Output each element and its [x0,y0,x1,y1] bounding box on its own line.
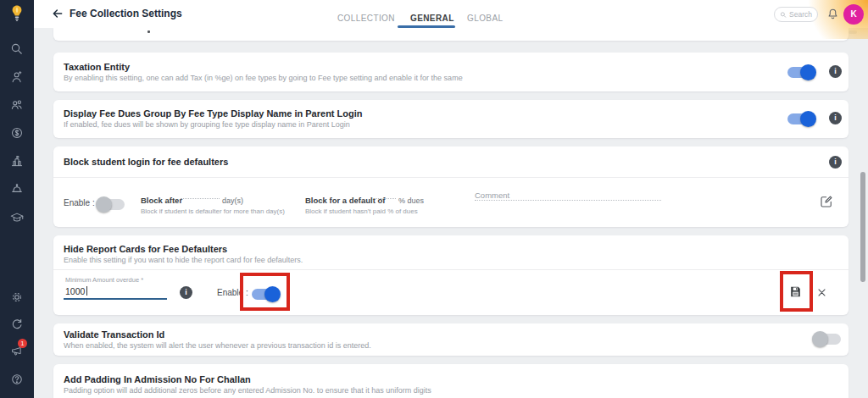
dues-suffix: % dues [398,196,424,205]
sidebar-settings-gear-icon[interactable] [9,290,25,305]
block-after-help: Block if student is defaulter for more t… [141,207,285,215]
info-icon[interactable]: i [829,65,842,78]
partial-card-text-sliver [147,30,150,33]
card-display-fee-dues: Display Fee Dues Group By Fee Type Displ… [53,100,849,138]
search-placeholder: Search [789,10,812,19]
card-validate-transaction-id: Validate Transaction Id When enabled, th… [53,323,849,356]
text-cursor [86,286,87,296]
divider [53,269,849,270]
card-description: When enabled, the system will alert the … [64,341,371,350]
block-login-enable-toggle[interactable] [97,199,125,210]
toggle-knob [800,111,816,127]
info-icon[interactable]: i [180,286,192,299]
card-title: Add Padding In Admission No For Challan [64,374,251,384]
default-of-help: Block if student hasn't paid % of dues [305,207,418,215]
divider [53,177,849,178]
toggle-knob [812,331,828,347]
card-title: Validate Transaction Id [64,329,164,340]
back-arrow-icon[interactable] [51,7,64,20]
toggle-knob [800,64,816,80]
save-icon[interactable] [788,285,803,299]
card-title: Hide Report Cards for Fee Defaulters [64,244,227,254]
toggle-knob [264,286,281,302]
display-fee-dues-toggle[interactable] [787,113,815,124]
sidebar-bell-dome-icon[interactable] [9,181,25,196]
enable-label: Enable : [64,198,95,207]
sidebar-graduation-cap-icon[interactable] [9,210,25,225]
min-amount-input[interactable] [65,286,165,296]
card-block-student-login: Block student login for fee defaulters i… [53,146,849,227]
edit-icon[interactable] [819,194,834,209]
sidebar-refresh-icon[interactable] [9,317,25,332]
page-title: Fee Collection Settings [70,8,182,19]
partial-card-icon-sliver [849,30,857,34]
scrollbar-thumb[interactable] [860,172,865,282]
card-title: Taxation Entity [64,62,130,72]
sidebar-institution-icon[interactable] [9,153,25,169]
card-description: Enable this setting if you want to hide … [64,256,303,264]
enable-label: Enable : [217,288,248,297]
sidebar-fees-dollar-icon[interactable] [9,125,25,141]
sidebar-megaphone-icon[interactable]: 1 [9,344,25,359]
hide-report-enable-toggle[interactable] [252,289,279,300]
info-icon[interactable]: i [829,112,842,124]
fee-collection-settings-page: 1 Fee Collection Settings COLLECTION GEN… [0,0,868,398]
partial-card-top [53,28,849,41]
block-after-label: Block after [141,196,182,205]
days-suffix: day(s) [222,196,243,205]
input-underline [64,298,167,300]
default-percent-field[interactable] [374,189,396,199]
toggle-knob [96,196,112,213]
taxation-toggle[interactable] [787,67,815,78]
search-input[interactable]: Search [774,7,818,22]
top-header: Fee Collection Settings COLLECTION GENER… [34,0,868,28]
card-description: Padding option will add additional zeros… [64,386,431,395]
settings-content: Taxation Entity By enabling this setting… [34,28,868,398]
sidebar: 1 [0,0,34,398]
user-avatar[interactable]: K [843,4,864,25]
app-logo-bulb-icon[interactable] [7,3,27,25]
megaphone-badge: 1 [18,339,27,348]
notifications-bell-icon[interactable] [826,7,840,21]
validate-txn-toggle[interactable] [814,334,841,345]
card-description: If enabled, fee dues will be shown by gr… [64,120,350,129]
card-description: By enabling this setting, one can add Ta… [64,74,463,82]
sidebar-people-group-icon[interactable] [9,97,25,113]
info-icon[interactable]: i [829,156,842,169]
tab-collection[interactable]: COLLECTION [337,14,395,23]
comment-field[interactable]: Comment [475,191,661,201]
tab-general[interactable]: GENERAL [410,14,454,23]
block-after-days-field[interactable] [181,189,220,199]
min-amount-label: Minimum Amount overdue * [65,276,143,284]
card-taxation-entity: Taxation Entity By enabling this setting… [53,53,849,91]
card-hide-report-cards: Hide Report Cards for Fee Defaulters Ena… [53,235,849,315]
card-title: Block student login for fee defaulters [64,157,228,167]
sidebar-help-icon[interactable] [9,372,25,387]
close-icon[interactable] [816,286,827,297]
tab-global[interactable]: GLOBAL [467,14,503,23]
sidebar-search-icon[interactable] [9,41,25,57]
sidebar-student-icon[interactable] [9,69,25,85]
search-icon [780,11,787,19]
card-add-padding: Add Padding In Admission No For Challan … [53,364,849,398]
card-title: Display Fee Dues Group By Fee Type Displ… [64,108,363,119]
active-tab-underline [398,25,455,28]
